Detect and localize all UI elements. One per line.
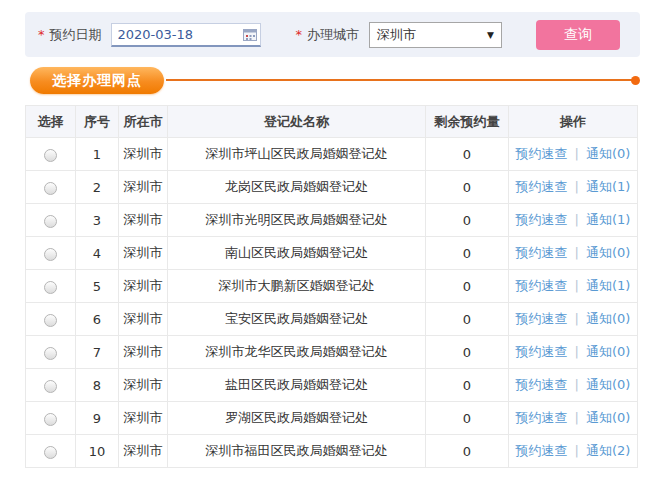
notice-link[interactable]: 通知(0)	[586, 377, 630, 392]
calendar-icon[interactable]	[243, 28, 257, 41]
row-remaining-count: 0	[426, 369, 509, 402]
select-radio[interactable]	[44, 347, 57, 360]
col-office-name: 登记处名称	[168, 106, 426, 138]
select-cell	[26, 204, 76, 237]
row-remaining-count: 0	[426, 336, 509, 369]
section-header: 选择办理网点	[30, 66, 640, 94]
col-actions: 操作	[509, 106, 638, 138]
row-number: 1	[76, 138, 119, 171]
notice-link[interactable]: 通知(0)	[586, 245, 630, 260]
section-divider-dot	[631, 76, 640, 85]
notice-link[interactable]: 通知(0)	[586, 344, 630, 359]
notice-link[interactable]: 通知(0)	[586, 146, 630, 161]
row-actions: 预约速查|通知(1)	[509, 171, 638, 204]
quick-check-link[interactable]: 预约速查	[516, 311, 568, 326]
notice-link[interactable]: 通知(0)	[586, 410, 630, 425]
col-select: 选择	[26, 106, 76, 138]
chevron-down-icon: ▼	[487, 30, 494, 40]
link-separator: |	[575, 245, 579, 260]
table-row: 10 深圳市 深圳市福田区民政局婚姻登记处 0 预约速查|通知(2)	[26, 435, 638, 468]
quick-check-link[interactable]: 预约速查	[516, 410, 568, 425]
row-actions: 预约速查|通知(0)	[509, 336, 638, 369]
row-office-name: 罗湖区民政局婚姻登记处	[168, 402, 426, 435]
city-select[interactable]: 深圳市 ▼	[369, 22, 502, 48]
notice-link[interactable]: 通知(1)	[586, 179, 630, 194]
notice-link[interactable]: 通知(2)	[586, 443, 630, 458]
quick-check-link[interactable]: 预约速查	[516, 443, 568, 458]
row-remaining-count: 0	[426, 237, 509, 270]
table-row: 5 深圳市 深圳市大鹏新区婚姻登记处 0 预约速查|通知(1)	[26, 270, 638, 303]
row-city: 深圳市	[119, 435, 168, 468]
select-radio[interactable]	[44, 380, 57, 393]
quick-check-link[interactable]: 预约速查	[516, 344, 568, 359]
row-office-name: 宝安区民政局婚姻登记处	[168, 303, 426, 336]
select-radio[interactable]	[44, 182, 57, 195]
row-office-name: 深圳市龙华区民政局婚姻登记处	[168, 336, 426, 369]
table-row: 8 深圳市 盐田区民政局婚姻登记处 0 预约速查|通知(0)	[26, 369, 638, 402]
quick-check-link[interactable]: 预约速查	[516, 212, 568, 227]
row-office-name: 深圳市坪山区民政局婚姻登记处	[168, 138, 426, 171]
row-office-name: 深圳市光明区民政局婚姻登记处	[168, 204, 426, 237]
select-cell	[26, 402, 76, 435]
row-city: 深圳市	[119, 237, 168, 270]
select-cell	[26, 336, 76, 369]
table-row: 7 深圳市 深圳市龙华区民政局婚姻登记处 0 预约速查|通知(0)	[26, 336, 638, 369]
select-radio[interactable]	[44, 446, 57, 459]
row-number: 4	[76, 237, 119, 270]
link-separator: |	[575, 278, 579, 293]
table-header-row: 选择 序号 所在市 登记处名称 剩余预约量 操作	[26, 106, 638, 138]
row-remaining-count: 0	[426, 402, 509, 435]
quick-check-link[interactable]: 预约速查	[516, 179, 568, 194]
query-bar: * 预约日期 * 办理城市 深圳市 ▼ 查询	[25, 12, 640, 57]
notice-link[interactable]: 通知(0)	[586, 311, 630, 326]
quick-check-link[interactable]: 预约速查	[516, 377, 568, 392]
appointment-page: * 预约日期 * 办理城市 深圳市 ▼ 查询 选择办理网点	[0, 0, 670, 479]
select-cell	[26, 270, 76, 303]
row-remaining-count: 0	[426, 204, 509, 237]
link-separator: |	[575, 344, 579, 359]
link-separator: |	[575, 212, 579, 227]
row-actions: 预约速查|通知(2)	[509, 435, 638, 468]
required-marker: *	[296, 27, 303, 42]
select-radio[interactable]	[44, 413, 57, 426]
search-button[interactable]: 查询	[536, 20, 620, 50]
select-cell	[26, 303, 76, 336]
quick-check-link[interactable]: 预约速查	[516, 278, 568, 293]
section-title-badge: 选择办理网点	[30, 67, 164, 94]
row-remaining-count: 0	[426, 171, 509, 204]
link-separator: |	[575, 410, 579, 425]
select-cell	[26, 237, 76, 270]
col-number: 序号	[76, 106, 119, 138]
row-number: 3	[76, 204, 119, 237]
notice-link[interactable]: 通知(1)	[586, 212, 630, 227]
quick-check-link[interactable]: 预约速查	[516, 245, 568, 260]
select-radio[interactable]	[44, 281, 57, 294]
row-city: 深圳市	[119, 171, 168, 204]
select-radio[interactable]	[44, 248, 57, 261]
quick-check-link[interactable]: 预约速查	[516, 146, 568, 161]
select-radio[interactable]	[44, 149, 57, 162]
row-remaining-count: 0	[426, 435, 509, 468]
row-office-name: 深圳市大鹏新区婚姻登记处	[168, 270, 426, 303]
row-number: 6	[76, 303, 119, 336]
row-office-name: 龙岗区民政局婚姻登记处	[168, 171, 426, 204]
row-city: 深圳市	[119, 336, 168, 369]
link-separator: |	[575, 146, 579, 161]
row-number: 8	[76, 369, 119, 402]
table-row: 2 深圳市 龙岗区民政局婚姻登记处 0 预约速查|通知(1)	[26, 171, 638, 204]
date-input[interactable]	[111, 23, 261, 47]
link-separator: |	[575, 311, 579, 326]
row-remaining-count: 0	[426, 270, 509, 303]
row-actions: 预约速查|通知(0)	[509, 369, 638, 402]
notice-link[interactable]: 通知(1)	[586, 278, 630, 293]
city-label: 办理城市	[307, 26, 359, 44]
city-select-value: 深圳市	[377, 26, 416, 44]
row-actions: 预约速查|通知(0)	[509, 138, 638, 171]
select-radio[interactable]	[44, 314, 57, 327]
table-row: 9 深圳市 罗湖区民政局婚姻登记处 0 预约速查|通知(0)	[26, 402, 638, 435]
col-remaining: 剩余预约量	[426, 106, 509, 138]
table-row: 4 深圳市 南山区民政局婚姻登记处 0 预约速查|通知(0)	[26, 237, 638, 270]
row-city: 深圳市	[119, 303, 168, 336]
row-remaining-count: 0	[426, 303, 509, 336]
select-radio[interactable]	[44, 215, 57, 228]
